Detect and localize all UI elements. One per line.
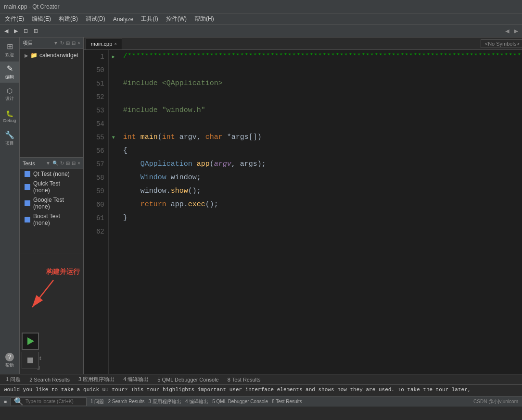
panel-header-icons: ▼ ↻ ⊞ ⊟ × — [53, 40, 80, 46]
sidebar-item-welcome[interactable]: ⊞ 欢迎 — [0, 39, 19, 61]
toolbar-btn1[interactable]: ⊡ — [21, 27, 30, 35]
tests-search-icon[interactable]: 🔍 — [52, 161, 58, 166]
tests-panel-header: Tests ▼ 🔍 ↻ ⊞ ⊟ × — [20, 158, 83, 169]
toolbar-btn2[interactable]: ⊞ — [31, 27, 40, 35]
fold-arrow-55[interactable]: ▼ — [112, 135, 115, 140]
editor-tab-main[interactable]: main.cpp × — [86, 38, 122, 49]
code-line-51: #include <QApplication> — [123, 77, 522, 90]
btab-test-results[interactable]: 8 Test Results — [224, 376, 265, 383]
watermark: CSDN @小jvjunicom — [473, 398, 518, 405]
btab-search[interactable]: 2 Search Results — [25, 376, 74, 383]
line-num-54: 54 — [84, 117, 104, 131]
sidebar-item-debug[interactable]: 🐛 Debug — [0, 106, 19, 127]
collapse-icon[interactable]: ⊟ — [72, 40, 76, 46]
test-checkbox-quick[interactable] — [25, 184, 30, 190]
folder-icon: 📁 — [30, 52, 38, 59]
btab-app-output[interactable]: 3 应用程序输出 — [75, 375, 118, 384]
btab-compile-status[interactable]: 4 编译输出 — [185, 398, 208, 405]
code-area: 1 50 51 52 53 54 55 56 57 58 59 60 61 62… — [84, 50, 522, 374]
test-label-qt: Qt Test (none) — [33, 171, 70, 177]
line-num-59: 59 — [84, 185, 104, 198]
tab-nav-right[interactable]: ▶ — [514, 27, 518, 35]
tests-close-icon[interactable]: × — [77, 161, 80, 166]
test-item-qt[interactable]: Qt Test (none) — [20, 169, 83, 179]
editor-area: main.cpp × <No Symbols> 1 50 51 52 53 54… — [84, 37, 522, 374]
code-gutter: ▶ ▼ — [109, 50, 118, 374]
run-buttons — [22, 333, 39, 369]
tab-close-icon[interactable]: × — [114, 41, 117, 47]
stop-button[interactable] — [22, 352, 39, 369]
left-panel: 项目 ▼ ↻ ⊞ ⊟ × ▶ 📁 calendarwidget — [20, 37, 84, 374]
line-num-1: 1 — [84, 50, 104, 63]
titlebar-title: main.cpp - Qt Creator — [4, 3, 59, 10]
symbol-selector[interactable]: <No Symbols> — [481, 39, 522, 48]
project-tree: ▶ 📁 calendarwidget — [20, 49, 83, 62]
menu-debug[interactable]: 调试(D) — [83, 14, 108, 24]
test-checkbox-google[interactable] — [25, 200, 30, 206]
tests-panel: Tests ▼ 🔍 ↻ ⊞ ⊟ × Qt Test (none) Quick T… — [20, 158, 83, 254]
menu-build[interactable]: 构建(B) — [56, 14, 81, 24]
btab-app-output-status[interactable]: 3 应用程序输出 — [149, 398, 181, 405]
tab-label: main.cpp — [91, 41, 113, 47]
btab-test-status[interactable]: 8 Test Results — [272, 399, 302, 404]
btab-qml-status[interactable]: 5 QML Debugger Console — [212, 399, 268, 404]
bottom-message: Would you like to take a quick UI tour? … — [0, 385, 522, 396]
tree-item-root[interactable]: ▶ 📁 calendarwidget — [23, 51, 80, 60]
btab-problems-status[interactable]: 1 问题 — [90, 398, 104, 405]
locate-input[interactable] — [25, 399, 83, 404]
toolbar-forward[interactable]: ▶ — [12, 27, 20, 35]
run-button[interactable] — [22, 333, 39, 350]
line-numbers: 1 50 51 52 53 54 55 56 57 58 59 60 61 62 — [84, 50, 109, 374]
sidebar-item-project[interactable]: 🔧 项目 — [0, 128, 19, 149]
test-item-boost[interactable]: Boost Test (none) — [20, 211, 83, 228]
sidebar-item-help[interactable]: ? 帮助 — [0, 350, 19, 371]
design-icon: ⬡ — [7, 87, 13, 95]
code-content[interactable]: /***************************************… — [118, 50, 522, 374]
tests-collapse-icon[interactable]: ⊟ — [72, 161, 76, 166]
gutter-55[interactable]: ▼ — [112, 131, 115, 144]
menu-analyze[interactable]: Analyze — [110, 15, 137, 24]
status-search[interactable]: 🔍 — [11, 397, 87, 406]
btab-qml-debug[interactable]: 5 QML Debugger Console — [153, 376, 222, 383]
menu-edit[interactable]: 编辑(E) — [29, 14, 54, 24]
line-num-56: 56 — [84, 144, 104, 158]
toolbar: ◀ ▶ ⊡ ⊞ ◀ ▶ — [0, 25, 522, 37]
bottom-area: 1 问题 2 Search Results 3 应用程序输出 4 编译输出 5 … — [0, 374, 522, 396]
bottom-tabs: 1 问题 2 Search Results 3 应用程序输出 4 编译输出 5 … — [0, 374, 522, 385]
filter-icon[interactable]: ▼ — [53, 40, 58, 46]
expand-icon[interactable]: ⊞ — [66, 40, 70, 46]
test-item-google[interactable]: Google Test (none) — [20, 195, 83, 211]
line-num-50: 50 — [84, 63, 104, 77]
fold-arrow-1[interactable]: ▶ — [112, 54, 115, 60]
menu-controls[interactable]: 控件(W) — [163, 14, 190, 24]
statusbar: ■ 🔍 1 问题 2 Search Results 3 应用程序输出 4 编译输… — [0, 396, 522, 407]
menu-help[interactable]: 帮助(H) — [191, 14, 217, 24]
tab-nav-left[interactable]: ◀ — [505, 27, 509, 35]
toolbar-back[interactable]: ◀ — [2, 27, 11, 35]
sidebar-item-edit[interactable]: ✎ 编辑 — [0, 62, 19, 83]
menu-file[interactable]: 文件(E) — [2, 14, 27, 24]
close-panel-icon[interactable]: × — [77, 40, 80, 46]
test-label-google: Google Test (none) — [33, 197, 78, 210]
test-item-quick[interactable]: Quick Test (none) — [20, 179, 83, 195]
code-line-57: QApplication app(argv, args); — [123, 158, 522, 171]
btab-compile[interactable]: 4 编译输出 — [119, 375, 153, 384]
line-num-60: 60 — [84, 198, 104, 211]
tests-filter-icon[interactable]: ▼ — [46, 161, 51, 166]
tests-refresh-icon[interactable]: ↻ — [60, 161, 64, 166]
left-sidebar: ⊞ 欢迎 ✎ 编辑 ⬡ 设计 🐛 Debug 🔧 项目 ? 帮助 — [0, 37, 20, 374]
main-layout: ⊞ 欢迎 ✎ 编辑 ⬡ 设计 🐛 Debug 🔧 项目 ? 帮助 项目 — [0, 37, 522, 374]
code-line-56: { — [123, 144, 522, 158]
sync-icon[interactable]: ↻ — [60, 40, 64, 46]
gutter-1[interactable]: ▶ — [112, 50, 115, 63]
menu-tools[interactable]: 工具(I) — [138, 14, 161, 24]
edit-icon: ✎ — [7, 64, 13, 73]
test-checkbox-boost[interactable] — [25, 217, 30, 222]
sidebar-item-design[interactable]: ⬡ 设计 — [0, 84, 19, 105]
tests-expand-icon[interactable]: ⊞ — [66, 161, 70, 166]
btab-problems[interactable]: 1 问题 — [2, 375, 25, 384]
test-checkbox-qt[interactable] — [25, 171, 30, 177]
code-line-50 — [123, 63, 522, 77]
line-num-58: 58 — [84, 171, 104, 185]
btab-search-status[interactable]: 2 Search Results — [108, 399, 144, 404]
